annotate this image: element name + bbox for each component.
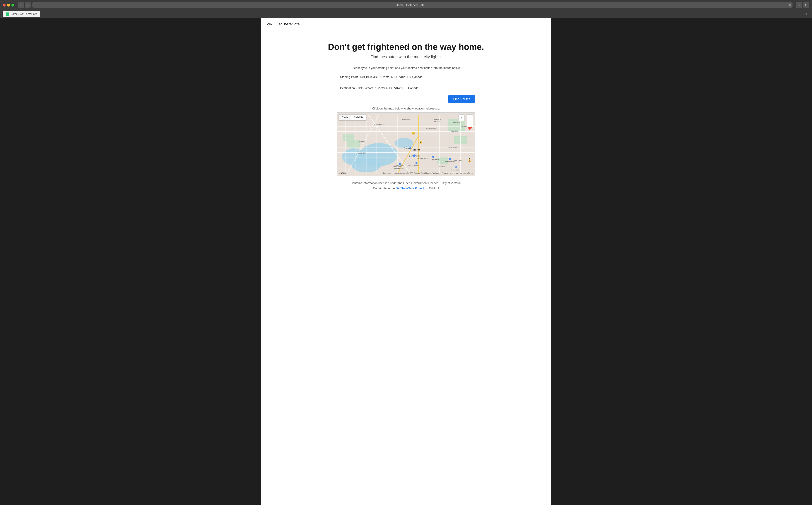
svg-text:Abkhazi Garden: Abkhazi Garden	[451, 169, 460, 171]
map-zoom-controls: + −	[467, 115, 473, 127]
map-type-toggle: Carte Satellite	[339, 115, 366, 120]
hero-section: Don't get frightened on the way home. Fi…	[261, 31, 551, 66]
map-svg: OAKLANDS HILLSIDE QUADRA BURNSIDE NORTH …	[337, 113, 475, 176]
svg-text:Victoria: Victoria	[413, 149, 420, 151]
browser-chrome: ‹ › ↻ ℹ ⊡ Home | GetThereSafe +	[0, 0, 812, 18]
svg-text:quartier chinois: quartier chinois	[404, 146, 413, 148]
contribute-text: Contribute to the GetThereSafe Project o…	[266, 187, 546, 190]
fullscreen-button[interactable]: ⤢	[458, 115, 465, 121]
footer: Contains information licensed under the …	[261, 176, 551, 197]
form-section: Please type in your starting point and y…	[331, 66, 481, 103]
svg-text:FERNWOOD: FERNWOOD	[450, 130, 459, 132]
contribute-pre: Contribute to the	[373, 187, 395, 190]
svg-rect-8	[347, 140, 360, 149]
svg-text:Royal BC Museum: Royal BC Museum	[408, 165, 419, 166]
find-routes-button[interactable]: Find Routes	[448, 95, 475, 103]
hero-subtitle: Find the routes with the most city light…	[266, 55, 546, 59]
svg-text:Art Gallery of: Art Gallery of	[432, 159, 440, 160]
zoom-out-button[interactable]: −	[467, 121, 473, 127]
map-instruction: Click on the map below to show location …	[337, 107, 475, 110]
svg-text:QUADRA: QUADRA	[434, 121, 441, 123]
svg-point-67	[455, 166, 457, 168]
svg-text:SOUTH JUBILEE: SOUTH JUBILEE	[448, 147, 460, 149]
svg-text:VICTORIA WEST: VICTORIA WEST	[373, 124, 384, 126]
logo-text: GetThereSafe	[275, 22, 300, 26]
browser-tabbar: Home | GetThereSafe +	[0, 10, 812, 18]
new-tab-button[interactable]: +	[803, 12, 809, 16]
starting-point-input[interactable]	[337, 73, 475, 81]
svg-text:P: P	[413, 133, 414, 135]
svg-text:NORTH PARK: NORTH PARK	[427, 128, 436, 130]
svg-text:BURNSIDE: BURNSIDE	[402, 119, 410, 120]
svg-text:HILLSIDE: HILLSIDE	[434, 119, 441, 121]
forward-button[interactable]: ›	[25, 2, 31, 8]
svg-point-3	[342, 148, 365, 165]
svg-text:ASSEMBLY OF...: ASSEMBLY OF...	[394, 168, 404, 169]
contribute-post: on GitHub!	[424, 187, 439, 190]
close-button[interactable]	[3, 4, 6, 7]
map-container: Click on the map below to show location …	[331, 107, 481, 176]
license-text: Contains information licensed under the …	[266, 181, 546, 185]
google-logo: Google	[339, 172, 346, 174]
streetview-person-icon[interactable]: 🧍	[467, 158, 472, 163]
maximize-button[interactable]	[11, 4, 14, 7]
svg-text:Miniature World: Miniature World	[418, 158, 428, 159]
contribute-link[interactable]: GetThereSafe Project	[395, 187, 424, 190]
info-button[interactable]: ℹ	[796, 2, 802, 8]
svg-text:OAKLANDS: OAKLANDS	[452, 122, 461, 124]
svg-point-54	[432, 156, 434, 158]
logo-icon	[266, 21, 274, 27]
back-button[interactable]: ‹	[18, 2, 24, 8]
map-wrapper[interactable]: OAKLANDS HILLSIDE QUADRA BURNSIDE NORTH …	[337, 113, 475, 176]
active-tab[interactable]: Home | GetThereSafe	[3, 11, 40, 17]
svg-text:Government House: Government House	[444, 161, 455, 162]
tab-label: Home | GetThereSafe	[10, 12, 37, 16]
zoom-in-button[interactable]: +	[467, 115, 473, 121]
nav-buttons: ‹ ›	[18, 2, 31, 8]
share-button[interactable]: ⊡	[803, 2, 809, 8]
reload-button[interactable]: ↻	[789, 3, 791, 7]
form-instruction: Please type in your starting point and y…	[337, 66, 475, 69]
svg-text:ROCKLAND: ROCKLAND	[454, 160, 463, 161]
svg-rect-9	[343, 134, 354, 141]
svg-rect-5	[448, 119, 465, 132]
svg-text:P: P	[420, 141, 422, 144]
svg-text:LEGISLATIVE: LEGISLATIVE	[393, 166, 401, 168]
svg-point-60	[416, 162, 418, 164]
traffic-lights	[3, 4, 14, 7]
navbar: GetThereSafe	[261, 18, 551, 31]
satellite-button[interactable]: Satellite	[351, 115, 366, 120]
logo-container: GetThereSafe	[266, 21, 300, 27]
svg-text:FAIRFIELD: FAIRFIELD	[438, 166, 446, 168]
svg-text:WEST BAY: WEST BAY	[358, 152, 366, 154]
svg-point-65	[449, 158, 451, 160]
tab-favicon	[6, 12, 9, 16]
hero-title: Don't get frightened on the way home.	[266, 42, 546, 52]
svg-text:Esquimalt: Esquimalt	[359, 141, 365, 143]
destination-input[interactable]	[337, 84, 475, 92]
svg-point-52	[413, 154, 416, 157]
page-wrapper: GetThereSafe Don't get frightened on the…	[261, 18, 551, 505]
browser-titlebar: ‹ › ↻ ℹ ⊡	[0, 0, 812, 10]
address-bar[interactable]	[32, 2, 793, 8]
svg-point-62	[399, 163, 401, 165]
svg-text:Greater Victoria: Greater Victoria	[432, 160, 441, 162]
map-footer-text: Données cartographiques ©2020 Google Con…	[383, 172, 473, 174]
minimize-button[interactable]	[7, 4, 10, 7]
svg-text:de Victoria: de Victoria	[405, 148, 412, 149]
carte-button[interactable]: Carte	[339, 115, 351, 120]
browser-toolbar-right: ℹ ⊡	[796, 2, 809, 8]
address-bar-wrapper: ↻	[32, 2, 793, 8]
